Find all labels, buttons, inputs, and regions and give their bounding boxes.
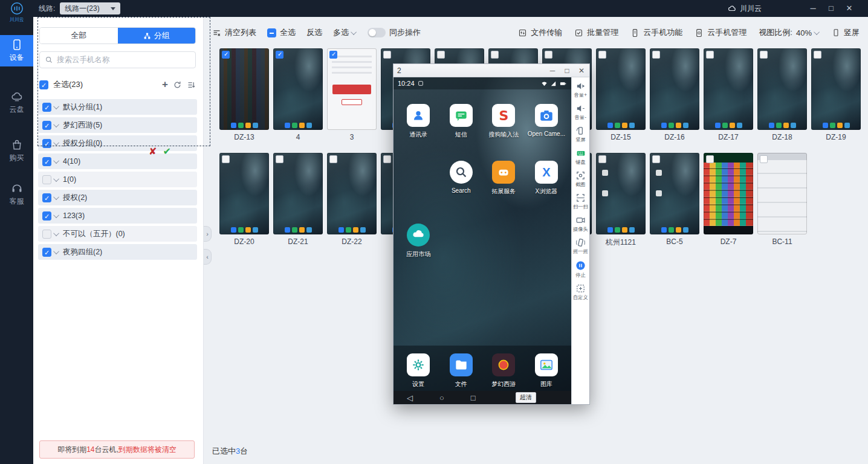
portrait-button[interactable]: 竖屏 (832, 27, 860, 38)
close-button[interactable]: ✕ (840, 0, 858, 17)
phone-cell[interactable]: DZ-13 (219, 48, 269, 142)
phone-checkbox[interactable] (276, 155, 283, 163)
group-checkbox[interactable] (42, 230, 51, 239)
minimize-button[interactable]: ─ (804, 0, 822, 17)
nav-recents-button[interactable]: □ (471, 393, 476, 402)
tool-rotate-portrait[interactable]: 竖屏 (572, 126, 589, 144)
phone-checkbox[interactable] (652, 51, 660, 59)
tool-camera[interactable]: 摄像头 (572, 215, 589, 233)
phone-cell[interactable]: DZ-21 (273, 153, 323, 246)
phone-checkbox[interactable] (329, 51, 337, 59)
tool-scan[interactable]: 扫一扫 (572, 193, 589, 211)
sidebar-item-purchase[interactable]: 购买 (0, 135, 33, 167)
tool-custom[interactable]: 自定义 (572, 283, 589, 301)
tool-volume-up[interactable]: 音量+ (572, 81, 589, 99)
phone-checkbox[interactable] (598, 155, 606, 163)
select-all-toolbar-checkbox[interactable] (267, 28, 276, 37)
nav-back-button[interactable]: ◁ (407, 393, 413, 402)
phone-cell[interactable]: DZ-22 (327, 153, 377, 246)
phone-checkbox[interactable] (491, 51, 499, 59)
dock-files[interactable]: 文件 (440, 353, 483, 388)
multi-select-button[interactable]: 多选 (333, 27, 357, 38)
phone-checkbox[interactable] (437, 51, 445, 59)
group-row[interactable]: 123(3) (38, 208, 197, 224)
group-checkbox[interactable] (42, 175, 51, 184)
chevron-down-icon[interactable] (53, 212, 59, 218)
phone-functions-button[interactable]: 云手机功能 (630, 27, 682, 38)
phone-checkbox[interactable] (383, 51, 391, 59)
phone-checkbox[interactable] (222, 155, 230, 163)
panel-expand-handle[interactable]: › (204, 226, 212, 242)
view-ratio-select[interactable]: 视图比例: 40% (759, 27, 820, 38)
phone-cell[interactable]: 3 (327, 48, 377, 142)
phone-cell[interactable]: BC-11 (757, 153, 807, 246)
select-all-toolbar[interactable]: 全选 (267, 27, 296, 38)
group-checkbox[interactable] (42, 157, 51, 166)
tool-screenshot[interactable]: 截图 (572, 170, 589, 188)
remote-maximize-button[interactable]: □ (563, 66, 571, 75)
selection-rectangle[interactable] (37, 17, 210, 146)
maximize-button[interactable]: □ (822, 0, 840, 17)
tool-shake[interactable]: 摇一摇 (572, 237, 589, 256)
group-row[interactable]: 不可以（五开）(0) (38, 226, 197, 242)
phone-checkbox[interactable] (329, 155, 337, 163)
app-x-browser[interactable]: X X浏览器 (525, 161, 568, 196)
app-contacts[interactable]: 通讯录 (397, 104, 440, 139)
phone-cell[interactable]: DZ-18 (757, 48, 807, 142)
sidebar-item-devices[interactable]: 设备 (0, 35, 33, 66)
phone-checkbox[interactable] (222, 51, 230, 59)
phone-cell[interactable]: DZ-7 (704, 153, 753, 246)
nav-home-button[interactable]: ○ (439, 393, 444, 402)
phone-checkbox[interactable] (598, 51, 606, 59)
phone-checkbox[interactable] (760, 51, 768, 59)
selection-confirm-button[interactable]: ✔ (163, 146, 170, 157)
phone-checkbox[interactable] (706, 155, 714, 163)
remote-close-button[interactable]: ✕ (577, 66, 586, 75)
dock-gallery[interactable]: 图库 (525, 353, 568, 388)
phone-manage-button[interactable]: 云手机管理 (695, 27, 747, 38)
remote-minimize-button[interactable]: ─ (548, 66, 557, 75)
chevron-down-icon[interactable] (53, 176, 59, 182)
invert-select-button[interactable]: 反选 (306, 27, 322, 38)
clear-list-button[interactable]: 清空列表 (212, 27, 256, 38)
group-checkbox[interactable] (42, 193, 51, 202)
phone-checkbox[interactable] (276, 51, 283, 59)
app-search[interactable]: Search (440, 161, 483, 196)
tool-volume-down[interactable]: 音量- (572, 103, 589, 121)
group-row[interactable]: 1(0) (38, 172, 197, 187)
file-transfer-button[interactable]: 文件传输 (518, 27, 562, 38)
group-row[interactable]: 4(10) (38, 153, 197, 169)
quality-badge[interactable]: 超清 (516, 392, 536, 403)
chevron-down-icon[interactable] (53, 194, 59, 200)
sync-toggle[interactable] (368, 28, 386, 37)
app-sogou-input[interactable]: S 搜狗输入法 (482, 104, 525, 139)
app-market[interactable]: 应用市场 (397, 224, 440, 259)
phone-cell[interactable]: DZ-15 (596, 48, 646, 142)
remote-titlebar[interactable]: 2 ─ □ ✕ (394, 64, 589, 77)
tool-stop[interactable]: 停止 (572, 260, 589, 279)
chevron-down-icon[interactable] (53, 248, 59, 254)
chevron-down-icon[interactable] (53, 158, 59, 164)
dock-menghuan-game[interactable]: 梦幻西游 (482, 353, 525, 388)
chevron-down-icon[interactable] (53, 230, 59, 236)
app-open-camera[interactable]: Open Came... (525, 104, 568, 139)
panel-collapse-handle[interactable]: ‹ (204, 249, 212, 265)
phone-checkbox[interactable] (545, 51, 552, 59)
line-select[interactable]: 线路一(23) (60, 2, 120, 14)
phone-cell[interactable]: DZ-16 (650, 48, 699, 142)
group-checkbox[interactable] (42, 211, 51, 221)
phone-cell[interactable]: BC-5 (650, 153, 699, 246)
app-sms[interactable]: 短信 (440, 104, 483, 139)
group-row[interactable]: 夜鸦四组(2) (38, 244, 197, 260)
android-screen[interactable]: 10:24 通讯录 短信 S 搜狗输 (394, 77, 571, 404)
phone-cell[interactable]: 4 (273, 48, 323, 142)
sync-operation[interactable]: 同步操作 (368, 27, 421, 38)
dock-settings[interactable]: 设置 (397, 353, 440, 388)
batch-manage-button[interactable]: 批量管理 (574, 27, 618, 38)
phone-checkbox[interactable] (760, 155, 768, 163)
sidebar-item-support[interactable]: 客服 (0, 179, 33, 210)
selection-cancel-button[interactable]: ✘ (149, 146, 157, 157)
tool-keyboard[interactable]: 键盘 (572, 148, 589, 166)
phone-checkbox[interactable] (814, 51, 821, 59)
phone-cell[interactable]: DZ-17 (704, 48, 753, 142)
